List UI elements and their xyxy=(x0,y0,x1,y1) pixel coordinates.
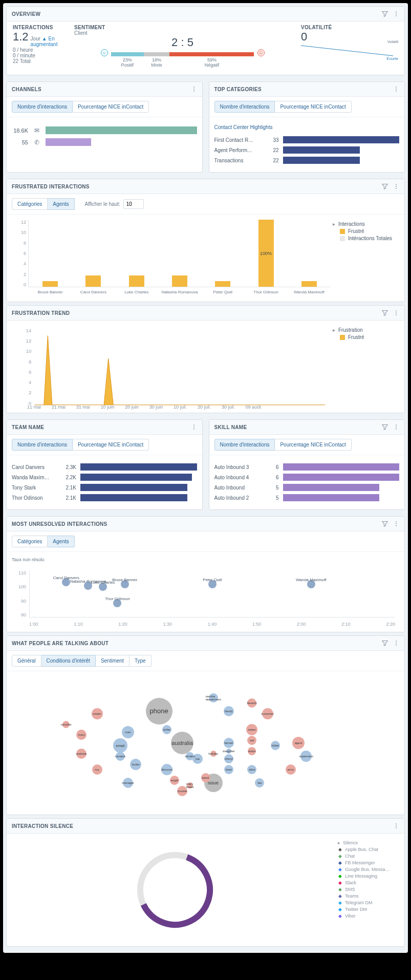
bubble[interactable]: mary baker xyxy=(187,782,193,789)
svg-text:12: 12 xyxy=(26,338,32,344)
more-icon[interactable] xyxy=(393,640,399,646)
bubble[interactable]: caroline xyxy=(62,721,70,728)
channels-panel: CHANNELS Nombre d'interactions Pourcenta… xyxy=(6,81,203,173)
highlights-link[interactable]: Contact Center Highlights xyxy=(214,122,400,133)
bubble[interactable]: australia xyxy=(171,732,193,754)
bubble[interactable]: david xyxy=(201,773,210,782)
more-icon[interactable] xyxy=(393,310,399,316)
bubble[interactable]: error xyxy=(286,764,296,775)
bubble[interactable]: holiday xyxy=(210,751,217,757)
bubble[interactable]: service department xyxy=(209,693,218,702)
bubble[interactable]: farmer xyxy=(224,738,234,748)
bubble[interactable]: fee xyxy=(255,778,264,787)
svg-point-4 xyxy=(193,87,194,88)
bubble[interactable]: roy xyxy=(92,764,102,775)
tab-type[interactable]: Type xyxy=(129,655,152,667)
bubble[interactable]: daughter xyxy=(226,749,231,754)
tab-nice-pct[interactable]: Pourcentage NICE inContact xyxy=(73,101,149,113)
bubble[interactable]: butler xyxy=(130,759,141,770)
filter-icon[interactable] xyxy=(382,183,388,189)
tab-nice-pct[interactable]: Pourcentage NICE inContact xyxy=(275,439,351,451)
svg-point-0 xyxy=(396,11,397,12)
bubble[interactable]: man xyxy=(122,726,134,738)
bubble[interactable]: brett xyxy=(224,765,233,774)
filter-icon[interactable] xyxy=(382,521,388,527)
overview-title: OVERVIEW xyxy=(12,11,40,17)
more-icon[interactable] xyxy=(393,183,399,189)
svg-point-6 xyxy=(193,91,194,92)
bar-row: Agent Perform…22 xyxy=(214,146,400,154)
svg-text:2: 2 xyxy=(29,390,31,395)
bubble[interactable]: website xyxy=(76,749,86,759)
more-icon[interactable] xyxy=(393,823,399,829)
tab-sentiment[interactable]: Sentiment xyxy=(96,655,129,667)
bubble[interactable]: family xyxy=(224,706,234,716)
tab-categories[interactable]: Catégories xyxy=(12,536,48,547)
bubble[interactable]: customer xyxy=(262,708,273,719)
bubble[interactable]: beverly xyxy=(247,698,256,708)
bubble[interactable]: ticket xyxy=(271,741,280,750)
tab-agents[interactable]: Agents xyxy=(48,198,74,210)
svg-point-7 xyxy=(396,87,397,88)
bubble[interactable]: canada xyxy=(116,752,125,761)
tab-interactions-count[interactable]: Nombre d'interactions xyxy=(12,439,73,451)
tab-conditions[interactable]: Conditions d'intérêt xyxy=(41,655,96,667)
interactions-label: INTERACTIONS xyxy=(13,25,64,30)
tab-nice-pct[interactable]: Pourcentage NICE inContact xyxy=(275,101,351,113)
svg-line-3 xyxy=(301,46,393,56)
bubble[interactable]: phone xyxy=(146,698,172,725)
tab-interactions-count[interactable]: Nombre d'interactions xyxy=(12,101,73,113)
bubble[interactable]: cheryl xyxy=(224,754,233,763)
bar-row: Transactions22 xyxy=(214,157,400,164)
bar-row: Auto Inbound 25 xyxy=(214,494,400,501)
bubble[interactable]: dollar xyxy=(162,725,171,734)
filter-icon[interactable] xyxy=(382,424,388,430)
bubble[interactable]: adam xyxy=(246,724,257,735)
bubble[interactable]: mary xyxy=(76,730,86,740)
more-icon[interactable] xyxy=(191,86,197,92)
tab-general[interactable]: Général xyxy=(12,655,41,667)
filter-icon[interactable] xyxy=(382,11,388,17)
svg-point-31 xyxy=(396,521,397,522)
svg-point-8 xyxy=(396,89,397,90)
bubble[interactable]: manager xyxy=(123,778,133,788)
bubble[interactable]: alice xyxy=(247,765,256,774)
legend-item: ◆FB Messenger xyxy=(338,860,399,865)
tab-nice-pct[interactable]: Pourcentage NICE inContact xyxy=(73,439,149,451)
tab-categories[interactable]: Catégories xyxy=(12,198,48,210)
bubble[interactable]: adam xyxy=(248,747,256,755)
svg-point-26 xyxy=(193,427,194,428)
team-panel: TEAM NAME Nombre d'interactions Pourcent… xyxy=(6,419,203,510)
filter-icon[interactable] xyxy=(382,640,388,646)
more-icon[interactable] xyxy=(393,424,399,430)
bubble[interactable]: email xyxy=(113,738,127,753)
tab-interactions-count[interactable]: Nombre d'interactions xyxy=(214,439,275,451)
svg-point-34 xyxy=(396,641,397,642)
volatility-sparkline xyxy=(301,44,393,57)
more-icon[interactable] xyxy=(393,86,399,92)
phone-icon: ✆ xyxy=(32,139,41,146)
svg-text:4: 4 xyxy=(29,379,32,385)
bar-row: Wanda Maxim…2.2K xyxy=(12,474,197,481)
more-icon[interactable] xyxy=(393,11,399,17)
more-icon[interactable] xyxy=(393,521,399,527)
legend-item: ◆Twitter DM xyxy=(338,907,399,912)
bubble[interactable]: bel xyxy=(247,736,256,745)
svg-text:6: 6 xyxy=(29,369,31,375)
bubble[interactable]: supervisor xyxy=(300,751,312,762)
bubble[interactable]: discount xyxy=(161,764,172,775)
bubble[interactable]: mister xyxy=(92,708,103,719)
filter-icon[interactable] xyxy=(382,310,388,316)
tab-interactions-count[interactable]: Nombre d'interactions xyxy=(214,101,275,113)
sentiment-bar xyxy=(111,52,254,56)
bubble[interactable]: angle xyxy=(170,776,179,785)
frustrated-bar: Bruce Banner xyxy=(42,281,58,287)
frustrated-panel: FRUSTRATED INTERACTIONS Catégories Agent… xyxy=(6,179,405,302)
more-icon[interactable] xyxy=(191,424,197,430)
legend-item: ◆Chat xyxy=(338,854,399,859)
show-top-input[interactable] xyxy=(123,199,144,209)
channel-row: 55✆ xyxy=(12,138,197,146)
bubble[interactable]: agent xyxy=(292,737,305,749)
svg-point-12 xyxy=(396,188,397,189)
tab-agents[interactable]: Agents xyxy=(48,536,74,547)
